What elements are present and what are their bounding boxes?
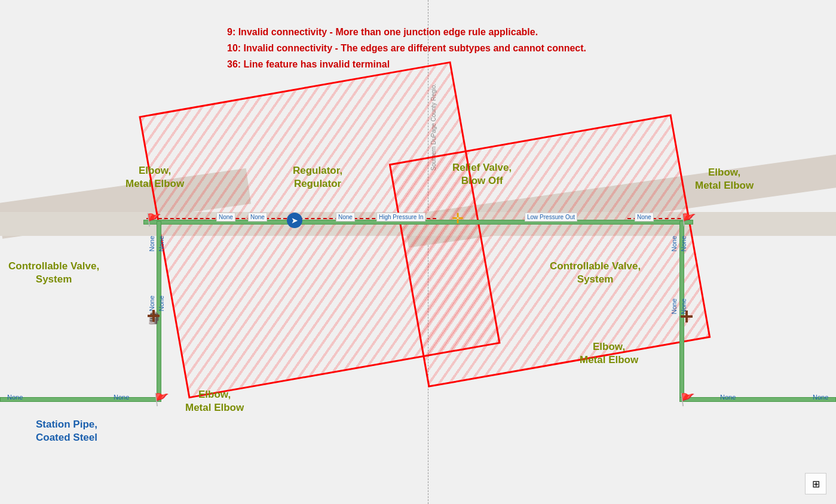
none-bottom-left-1: None: [7, 394, 23, 401]
error-line-2: 10: Invalid connectivity - The edges are…: [227, 40, 586, 56]
label-regulator: Regulator,Regulator: [293, 164, 342, 190]
connector-none-4: None: [635, 213, 654, 222]
none-left-v3: None: [148, 296, 155, 311]
flag-icon-bottom-right: 🚩: [680, 392, 695, 407]
pipe-bottom-left-h: [0, 397, 161, 402]
label-relief-valve: Relief Valve,Blow Off: [452, 161, 512, 188]
flag-icon-left-top: 🚩: [146, 213, 161, 227]
connector-none-2: None: [248, 213, 267, 222]
label-elbow-top-right: Elbow,Metal Elbow: [695, 166, 754, 192]
error-messages-container: 9: Invalid connectivity - More than one …: [227, 24, 586, 73]
none-left-v4: None: [158, 296, 165, 311]
none-right-v2: None: [680, 236, 687, 251]
none-bottom-left-2: None: [114, 394, 129, 401]
none-left-v2: None: [158, 236, 165, 251]
label-station-pipe: Station Pipe,Coated Steel: [36, 418, 97, 444]
none-bottom-right-2: None: [813, 394, 828, 401]
label-controllable-valve-left: Controllable Valve,System: [8, 260, 99, 286]
connector-none-3: None: [336, 213, 355, 222]
none-right-v1: None: [670, 236, 678, 251]
label-controllable-valve-right: Controllable Valve,System: [550, 260, 641, 286]
relief-valve-icon: ✛: [452, 210, 464, 227]
label-elbow-bottom-right: Elbow,Metal Elbow: [580, 340, 638, 367]
label-elbow-top-left: Elbow,Metal Elbow: [125, 164, 184, 190]
label-elbow-bottom-left: Elbow,Metal Elbow: [185, 388, 244, 414]
none-right-v3: None: [670, 299, 678, 314]
connector-none-1: None: [216, 213, 235, 222]
connector-low-pressure: Low Pressure Out: [525, 213, 577, 222]
flag-icon-bottom-left: 🚩: [154, 392, 169, 407]
error-line-1: 9: Invalid connectivity - More than one …: [227, 24, 586, 40]
map-toolbar[interactable]: ⊞: [805, 473, 826, 494]
none-bottom-right-1: None: [720, 394, 736, 401]
none-left-v1: None: [148, 236, 155, 251]
regulator-icon: ➤: [287, 213, 302, 228]
flag-icon-right-top: 🚩: [681, 213, 696, 227]
connector-high-pressure: High Pressure In: [376, 213, 425, 222]
toolbar-icon: ⊞: [812, 478, 820, 490]
